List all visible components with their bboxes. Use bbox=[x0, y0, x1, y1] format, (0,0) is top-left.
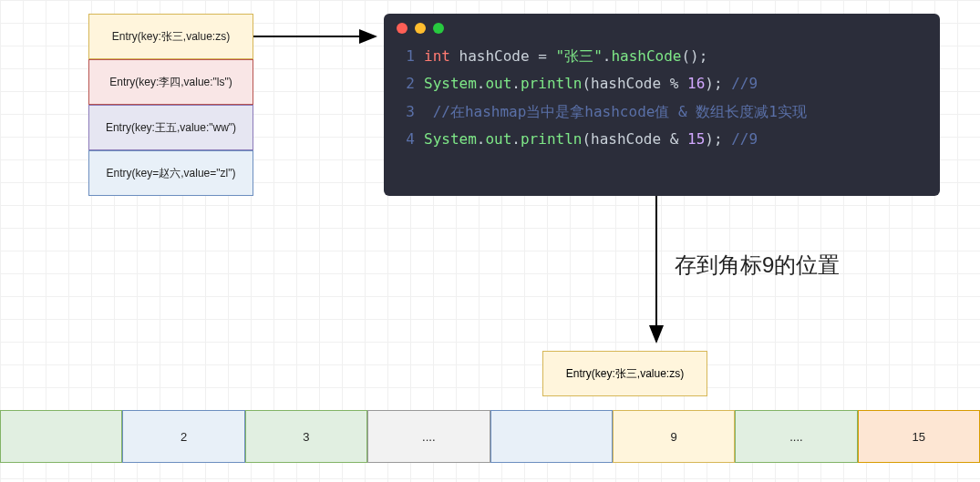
minimize-dot-icon bbox=[415, 23, 426, 34]
entry-box-3: Entry(key:王五,value:"ww") bbox=[88, 105, 253, 150]
window-traffic-lights bbox=[397, 23, 927, 34]
array-cell-7: 15 bbox=[858, 410, 980, 463]
array-cell-1: 2 bbox=[122, 410, 244, 463]
code-line-1: 1int hashCode = "张三".hashCode(); bbox=[397, 43, 927, 70]
code-line-4: 4System.out.println(hashCode & 15); //9 bbox=[397, 126, 927, 153]
zoom-dot-icon bbox=[433, 23, 444, 34]
array-cell-0 bbox=[0, 410, 122, 463]
annotation-text: 存到角标9的位置 bbox=[675, 251, 840, 280]
entry-label: Entry(key:王五,value:"ww") bbox=[106, 120, 236, 136]
entry-label: Entry(key=赵六,value="zl") bbox=[107, 166, 236, 181]
code-line-2: 2System.out.println(hashCode % 16); //9 bbox=[397, 70, 927, 97]
array-cell-5: 9 bbox=[613, 410, 735, 463]
array-cell-6: .... bbox=[735, 410, 857, 463]
entry-box-2: Entry(key:李四,value:"ls") bbox=[88, 59, 253, 105]
target-entry-label: Entry(key:张三,value:zs) bbox=[566, 366, 684, 382]
array-cell-3: .... bbox=[367, 410, 490, 463]
code-line-3: 3 //在hashmap当中是拿hashcode值 & 数组长度减1实现 bbox=[397, 98, 927, 126]
entry-label: Entry(key:李四,value:"ls") bbox=[109, 75, 232, 90]
close-dot-icon bbox=[397, 23, 407, 34]
array-cell-2: 3 bbox=[245, 410, 367, 463]
array-cell-4 bbox=[490, 410, 613, 463]
array-row: 2 3 .... 9 .... 15 bbox=[0, 410, 980, 463]
code-block: 1int hashCode = "张三".hashCode(); 2System… bbox=[384, 14, 940, 196]
entry-box-4: Entry(key=赵六,value="zl") bbox=[88, 150, 253, 196]
entry-box-1: Entry(key:张三,value:zs) bbox=[88, 14, 253, 59]
entry-label: Entry(key:张三,value:zs) bbox=[112, 29, 230, 45]
target-entry-box: Entry(key:张三,value:zs) bbox=[542, 351, 707, 396]
